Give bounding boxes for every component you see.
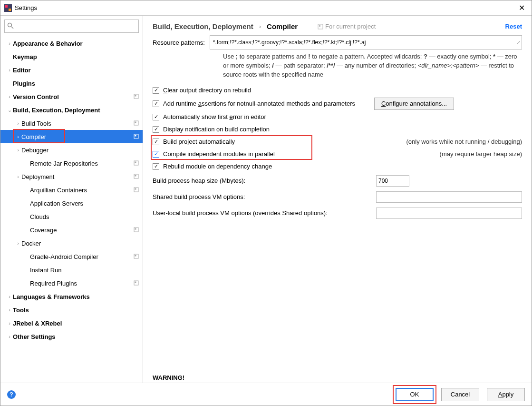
footer: ? OK Cancel Apply <box>0 383 532 406</box>
shared-vm-label: Shared build process VM options: <box>153 193 376 200</box>
shared-vm-input[interactable] <box>376 191 522 203</box>
cancel-button[interactable]: Cancel <box>441 388 479 401</box>
clear-output-checkbox[interactable] <box>153 87 159 94</box>
tree-item-build-tools[interactable]: ›Build Tools <box>0 117 143 130</box>
configure-annotations-button[interactable]: Configure annotations... <box>374 98 454 110</box>
tree-item-clouds[interactable]: Clouds <box>0 210 143 223</box>
compile-parallel-label: Compile independent modules in parallel <box>163 150 275 158</box>
ok-button[interactable]: OK <box>396 388 434 401</box>
tree-item-editor[interactable]: ›Editor <box>0 63 143 77</box>
project-scope-icon <box>134 227 139 233</box>
form-area: Resource patterns: ⤢ Use ; to separate p… <box>143 34 532 383</box>
tree-item-label: Required Plugins <box>30 280 132 287</box>
rebuild-dependency-checkbox[interactable] <box>153 163 159 170</box>
tree-item-label: Build Tools <box>21 120 132 127</box>
svg-line-4 <box>11 27 13 29</box>
help-icon[interactable]: ? <box>7 390 16 399</box>
tree-item-instant-run[interactable]: Instant Run <box>0 263 143 277</box>
chevron-icon: › <box>15 120 21 126</box>
close-icon[interactable]: ✕ <box>516 3 528 12</box>
project-scope-icon <box>134 160 139 167</box>
tree-item-gradle-android-compiler[interactable]: Gradle-Android Compiler <box>0 250 143 263</box>
tree-item-version-control[interactable]: ›Version Control <box>0 90 143 103</box>
for-current-project-label: For current project <box>318 23 376 30</box>
chevron-icon: › <box>6 334 13 339</box>
tree-item-appearance-behavior[interactable]: ›Appearance & Behavior <box>0 37 143 50</box>
tree-item-build-execution-deployment[interactable]: ⌄Build, Execution, Deployment <box>0 103 143 117</box>
reset-link[interactable]: Reset <box>505 23 522 30</box>
build-project-auto-checkbox[interactable] <box>153 139 159 145</box>
add-assertions-checkbox[interactable] <box>153 100 159 107</box>
chevron-icon: › <box>6 67 13 73</box>
add-assertions-label: Add runtime assertions for notnull-annot… <box>163 100 355 107</box>
tree-item-label: Arquillian Containers <box>30 187 132 194</box>
tree-item-label: Version Control <box>13 93 132 100</box>
svg-rect-18 <box>135 228 136 229</box>
tree-item-deployment[interactable]: ›Deployment <box>0 170 143 183</box>
tree-item-debugger[interactable]: ›Debugger <box>0 143 143 157</box>
tree-item-tools[interactable]: ›Tools <box>0 303 143 317</box>
compile-parallel-aside: (may require larger heap size) <box>440 150 522 158</box>
chevron-icon: › <box>15 240 21 246</box>
settings-tree: ›Appearance & BehaviorKeymap›EditorPlugi… <box>0 37 143 383</box>
warning-title: WARNING! <box>153 374 522 382</box>
tree-item-application-servers[interactable]: Application Servers <box>0 197 143 210</box>
svg-rect-22 <box>135 281 136 283</box>
search-icon <box>7 22 14 31</box>
tree-item-plugins[interactable]: Plugins <box>0 77 143 90</box>
tree-item-label: Languages & Frameworks <box>13 293 139 300</box>
svg-point-3 <box>8 23 12 27</box>
tree-item-coverage[interactable]: Coverage <box>0 223 143 237</box>
project-scope-icon <box>134 280 139 287</box>
user-vm-label: User-local build process VM options (ove… <box>153 209 376 217</box>
project-scope-icon <box>134 120 139 127</box>
rebuild-dependency-label: Rebuild module on dependency change <box>163 163 272 170</box>
tree-item-languages-frameworks[interactable]: ›Languages & Frameworks <box>0 290 143 303</box>
project-scope-icon <box>134 134 139 140</box>
project-scope-icon <box>134 94 139 100</box>
tree-item-arquillian-containers[interactable]: Arquillian Containers <box>0 183 143 197</box>
chevron-icon: › <box>6 294 13 299</box>
tree-item-keymap[interactable]: Keymap <box>0 50 143 63</box>
chevron-icon: › <box>6 307 13 313</box>
tree-item-label: Debugger <box>21 147 139 154</box>
display-notification-checkbox[interactable] <box>153 126 159 133</box>
heap-size-input[interactable] <box>376 175 409 187</box>
auto-show-error-checkbox[interactable] <box>153 114 159 120</box>
tree-item-label: Application Servers <box>30 200 139 207</box>
compile-parallel-checkbox[interactable] <box>153 151 159 158</box>
expand-icon[interactable]: ⤢ <box>516 40 521 46</box>
tree-item-label: Deployment <box>21 173 132 180</box>
tree-item-other-settings[interactable]: ›Other Settings <box>0 330 143 343</box>
breadcrumb-parent[interactable]: Build, Execution, Deployment <box>153 22 253 30</box>
tree-item-label: Appearance & Behavior <box>13 40 139 47</box>
tree-item-compiler[interactable]: ›Compiler <box>0 130 143 143</box>
warning-body: If option 'Clear output directory on reb… <box>153 382 522 383</box>
warning-block: WARNING! If option 'Clear output directo… <box>153 374 522 383</box>
display-notification-label: Display notification on build completion <box>163 126 270 133</box>
chevron-icon: › <box>15 174 21 179</box>
tree-item-label: Editor <box>13 67 139 74</box>
tree-item-label: Coverage <box>30 227 132 234</box>
tree-item-label: Clouds <box>30 213 139 220</box>
tree-item-jrebel-xrebel[interactable]: ›JRebel & XRebel <box>0 317 143 330</box>
tree-item-required-plugins[interactable]: Required Plugins <box>0 277 143 290</box>
resource-patterns-input[interactable] <box>211 37 513 48</box>
svg-rect-1 <box>5 5 8 8</box>
resource-patterns-label: Resource patterns: <box>153 39 205 46</box>
project-scope-icon <box>134 174 139 180</box>
chevron-icon: › <box>6 94 13 99</box>
svg-rect-20 <box>135 255 136 256</box>
tree-item-label: Instant Run <box>30 267 139 274</box>
apply-button[interactable]: Apply <box>487 388 525 401</box>
search-input[interactable] <box>4 20 139 33</box>
content-panel: Build, Execution, Deployment › Compiler … <box>143 16 532 383</box>
tree-item-remote-jar-repositories[interactable]: Remote Jar Repositories <box>0 157 143 170</box>
svg-rect-16 <box>135 188 136 189</box>
svg-rect-14 <box>135 175 136 176</box>
user-vm-input[interactable] <box>376 208 522 219</box>
chevron-icon: ⌄ <box>6 107 13 113</box>
chevron-icon: › <box>6 40 13 46</box>
tree-item-docker[interactable]: ›Docker <box>0 237 143 250</box>
window-title: Settings <box>15 4 516 11</box>
